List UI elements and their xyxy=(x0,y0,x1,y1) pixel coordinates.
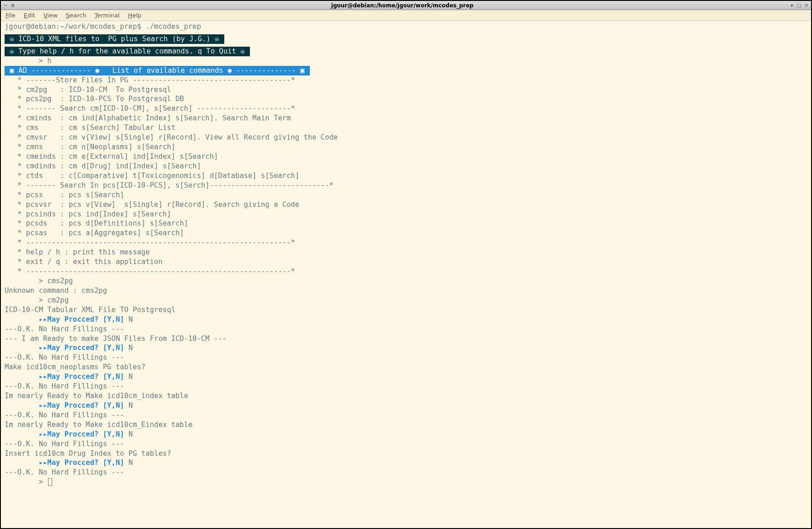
help-line: * cmdinds : cm d[Drug] ind[Index] s[Sear… xyxy=(5,162,201,170)
proceed-prompt: ▸▸May Procced? [Y,N] xyxy=(39,459,125,467)
menubar: File Edit View Search Terminal Help xyxy=(1,10,811,21)
menu-view[interactable]: View xyxy=(43,12,58,19)
menu-edit[interactable]: Edit xyxy=(24,12,35,19)
help-line: * cmns : cm n[Neoplasms] s[Search] xyxy=(5,143,175,151)
help-line: * ------- Search In pcs[ICD-10-PCS], s[S… xyxy=(5,181,334,189)
help-line: * cminds : cm ind[Alphabetic Index] s[Se… xyxy=(5,114,291,122)
proceed-answer: N xyxy=(124,430,133,438)
help-line: * help / h : print this message xyxy=(5,248,150,256)
help-line: * pcsds : pcs d[Definitions] s[Search] xyxy=(5,219,188,227)
maximize-icon[interactable]: □ xyxy=(796,3,802,8)
window-title: jgour@debian:/home/jgour/work/mcodes_pre… xyxy=(16,2,789,9)
help-line: * pcsvsr : pcs v[View] s[Single] r[Recor… xyxy=(5,200,299,209)
output-line: Make icd10cm_neoplasms PG tables? xyxy=(5,363,146,371)
proceed-prompt: ▸▸May Procced? [Y,N] xyxy=(39,401,125,410)
help-line: * exit / q : exit this application xyxy=(5,258,162,266)
output-line: ---O.K. No Hard Fillings --- xyxy=(5,382,124,390)
commands-banner: ▣ AΩ -------------- ◉ List of available … xyxy=(5,66,310,76)
output-line: ---O.K. No Hard Fillings --- xyxy=(5,325,124,333)
proceed-prompt: ▸▸May Procced? [Y,N] xyxy=(39,430,125,438)
menu-help[interactable]: Help xyxy=(128,12,141,19)
output-line: Im nearly Ready to Make icd10cm_index ta… xyxy=(5,392,188,400)
terminal-view[interactable]: jgour@debian:~/work/mcodes_prep$ ./mcode… xyxy=(1,21,811,528)
output-line: ---O.K. No Hard Fillings --- xyxy=(5,411,124,419)
app-banner: ☠ ICD-10 XML files to PG plus Search (by… xyxy=(5,34,224,44)
proceed-prompt: ▸▸May Procced? [Y,N] xyxy=(39,372,125,381)
output-line: Unknown command : cms2pg xyxy=(5,286,107,295)
menu-terminal[interactable]: Terminal xyxy=(95,12,120,19)
help-line: * ------- Search cm[ICD-10-CM], s[Search… xyxy=(5,104,295,113)
help-line: * cms : cm s[Search] Tabular List xyxy=(5,124,175,132)
proceed-prompt: ▸▸May Procced? [Y,N] xyxy=(39,315,125,324)
help-line: * --------------------------------------… xyxy=(5,267,295,275)
user-input: > h xyxy=(5,57,52,65)
output-line: ---O.K. No Hard Fillings --- xyxy=(5,353,124,362)
help-line: * ctds : c[Comparative] t[Toxicogenomics… xyxy=(5,172,299,180)
window-menu-icon[interactable]: – xyxy=(3,3,8,8)
shell-prompt: jgour@debian:~/work/mcodes_prep$ ./mcode… xyxy=(5,22,201,31)
output-line: --- I am Ready to make JSON Files From I… xyxy=(5,335,227,343)
window-sticky-icon[interactable]: ⊙ xyxy=(10,3,16,8)
proceed-prompt: ▸▸May Procced? [Y,N] xyxy=(39,344,125,352)
user-input: > cms2pg xyxy=(5,277,73,285)
proceed-answer: N xyxy=(124,344,133,352)
help-line: * cmeinds : cm e[External] ind[Index] s[… xyxy=(5,152,218,161)
help-line: * cm2pg : ICD-10-CM To Postgresql xyxy=(5,86,171,94)
output-line: ---O.K. No Hard Fillings --- xyxy=(5,440,124,448)
help-line: * -------Store Files In PG -------------… xyxy=(5,76,295,84)
user-input: > cm2pg xyxy=(5,296,69,304)
help-line: * pcs2pg : ICD-10-PCS To Postgresql DB xyxy=(5,95,184,103)
proceed-answer: N xyxy=(124,401,133,410)
help-line: * pcss : pcs s[Search] xyxy=(5,191,124,199)
cursor-icon xyxy=(48,478,52,486)
menu-search[interactable]: Search xyxy=(66,12,87,19)
help-line: * --------------------------------------… xyxy=(5,238,295,247)
output-line: Im nearly Ready to Make icd10cm_Eindex t… xyxy=(5,421,193,429)
help-line: * pcsinds : pcs ind[Index] s[Search] xyxy=(5,210,171,218)
minimize-icon[interactable]: ▾ xyxy=(789,3,795,8)
help-line: * cmvsr : cm v[View] s[Single] r[Record]… xyxy=(5,133,338,141)
proceed-answer: N xyxy=(124,372,133,381)
menu-file[interactable]: File xyxy=(5,12,16,19)
help-banner: ☠ Type help / h for the available comman… xyxy=(5,47,250,56)
proceed-answer: N xyxy=(124,459,133,467)
proceed-answer: N xyxy=(124,315,133,324)
output-line: Insert icd10cm Drug Index to PG tables? xyxy=(5,449,171,458)
terminal-window: – ⊙ jgour@debian:/home/jgour/work/mcodes… xyxy=(0,0,812,529)
help-line: * pcsas : pcs a[Aggregates] s[Search] xyxy=(5,229,184,237)
output-line: ---O.K. No Hard Fillings --- xyxy=(5,468,124,476)
close-icon[interactable]: ✕ xyxy=(804,3,809,8)
final-prompt: > xyxy=(5,478,47,486)
output-line: ICD-10-CM Tabular XML File TO Postgresql xyxy=(5,306,175,314)
window-titlebar: – ⊙ jgour@debian:/home/jgour/work/mcodes… xyxy=(1,1,811,10)
